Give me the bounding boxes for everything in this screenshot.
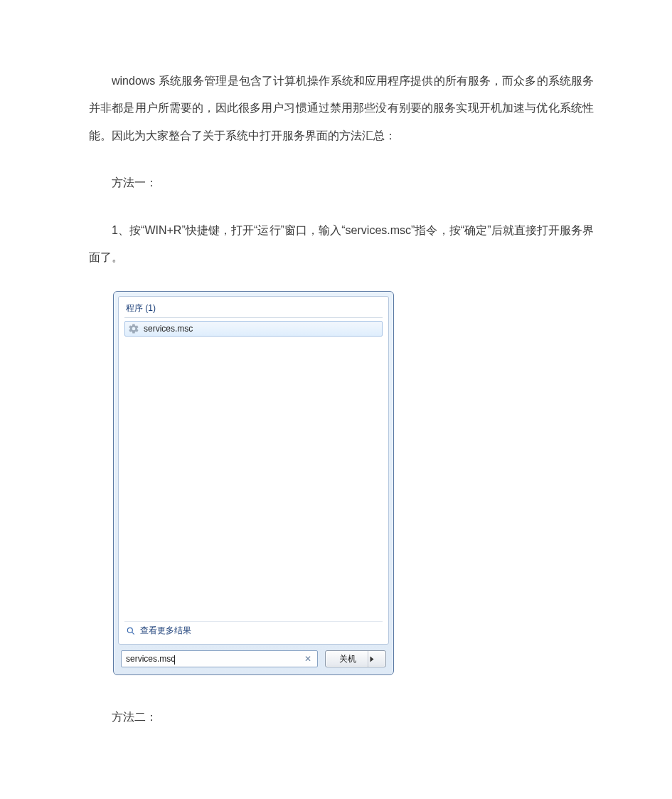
programs-header: 程序 (1) (124, 301, 383, 318)
shutdown-options-split[interactable] (368, 651, 375, 667)
intro-paragraph: windows 系统服务管理是包含了计算机操作系统和应用程序提供的所有服务，而众… (89, 68, 594, 149)
search-result-label: services.msc (144, 324, 193, 334)
start-search-input[interactable]: services.msc ✕ (121, 650, 318, 667)
chevron-right-icon (370, 656, 373, 662)
win7-start-panel: 程序 (1) services.msc 查看更多结果 servi (113, 291, 394, 675)
start-menu-screenshot: 程序 (1) services.msc 查看更多结果 servi (113, 291, 594, 675)
see-more-results[interactable]: 查看更多结果 (124, 621, 383, 638)
services-snapin-icon (128, 323, 139, 334)
clear-search-icon[interactable]: ✕ (303, 654, 313, 664)
svg-line-1 (132, 632, 134, 634)
results-pane: 程序 (1) services.msc 查看更多结果 (118, 296, 389, 645)
shutdown-label: 关机 (339, 653, 356, 665)
method1-heading: 方法一： (89, 169, 594, 196)
article-body: windows 系统服务管理是包含了计算机操作系统和应用程序提供的所有服务，而众… (89, 68, 594, 731)
see-more-results-label: 查看更多结果 (140, 625, 191, 637)
start-menu-footer: services.msc ✕ 关机 (118, 645, 389, 670)
results-empty-area (124, 337, 383, 621)
method1-step1: 1、按“WIN+R”快捷键，打开“运行”窗口，输入“services.msc”指… (89, 217, 594, 272)
shutdown-button[interactable]: 关机 (325, 650, 386, 667)
search-icon (126, 626, 136, 636)
search-result-item[interactable]: services.msc (124, 321, 383, 337)
svg-point-0 (127, 628, 132, 633)
search-input-value: services.msc (126, 654, 303, 664)
method2-heading: 方法二： (89, 704, 594, 731)
